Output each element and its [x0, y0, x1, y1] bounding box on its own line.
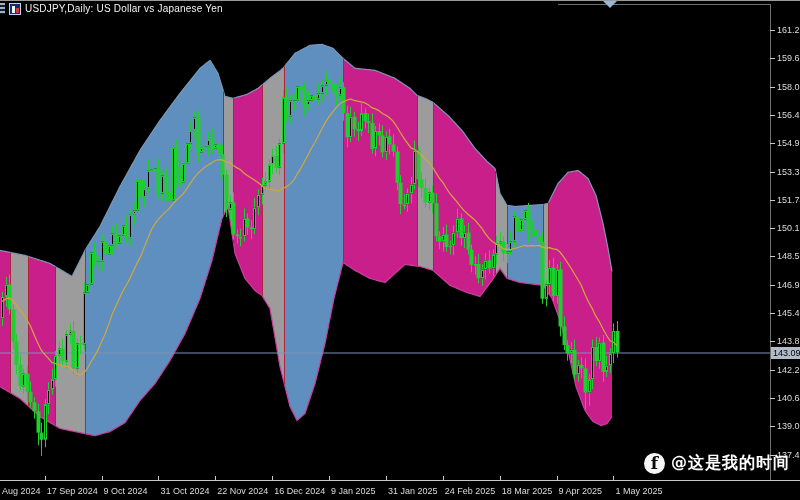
- price-axis-label: 143.81: [777, 336, 800, 346]
- date-axis-label: 31 Oct 2024: [160, 486, 209, 496]
- date-axis-label: 9 Apr 2025: [559, 486, 603, 496]
- watermark-handle: @这是我的时间: [671, 453, 790, 474]
- price-axis-label: 158.08: [777, 82, 800, 92]
- price-axis-label: 148.57: [777, 251, 800, 261]
- date-axis-label: 17 Sep 2024: [47, 486, 98, 496]
- price-axis-label: 153.32: [777, 167, 800, 177]
- chart-title: USDJPY,Daily: US Dollar vs Japanese Yen: [25, 3, 223, 14]
- price-axis-label: 142.23: [777, 365, 800, 375]
- price-axis-label: 139.06: [777, 421, 800, 431]
- price-chart-canvas[interactable]: [0, 0, 800, 500]
- price-axis-label: 145.40: [777, 308, 800, 318]
- date-axis-label: 16 Dec 2024: [274, 486, 325, 496]
- date-axis-label: 9 Oct 2024: [104, 486, 148, 496]
- price-axis-label: 146.98: [777, 280, 800, 290]
- date-axis-label: 18 Mar 2025: [502, 486, 553, 496]
- menu-icon[interactable]: [0, 3, 5, 14]
- price-axis-label: 156.49: [777, 110, 800, 120]
- date-axis-label: 24 Feb 2025: [445, 486, 496, 496]
- price-axis-label: 150.15: [777, 223, 800, 233]
- price-axis-label: 154.91: [777, 138, 800, 148]
- date-axis-label: 1 May 2025: [615, 486, 662, 496]
- price-axis-label: 151.74: [777, 195, 800, 205]
- watermark: f @这是我的时间: [644, 453, 790, 474]
- mt5-chart-window: USDJPY,Daily: US Dollar vs Japanese Yen …: [0, 0, 800, 500]
- price-axis-label: 161.25: [777, 25, 800, 35]
- date-axis-label: 9 Jan 2025: [331, 486, 376, 496]
- date-axis-label: Aug 2024: [2, 486, 41, 496]
- current-price-badge: 143.09: [771, 347, 800, 359]
- date-axis-label: 22 Nov 2024: [217, 486, 268, 496]
- chart-title-bar: USDJPY,Daily: US Dollar vs Japanese Yen: [0, 1, 223, 16]
- chart-window-icon: [9, 3, 21, 15]
- price-axis-label: 140.64: [777, 393, 800, 403]
- date-axis-label: 31 Jan 2025: [388, 486, 438, 496]
- price-axis-label: 159.66: [777, 53, 800, 63]
- facebook-icon: f: [644, 453, 665, 474]
